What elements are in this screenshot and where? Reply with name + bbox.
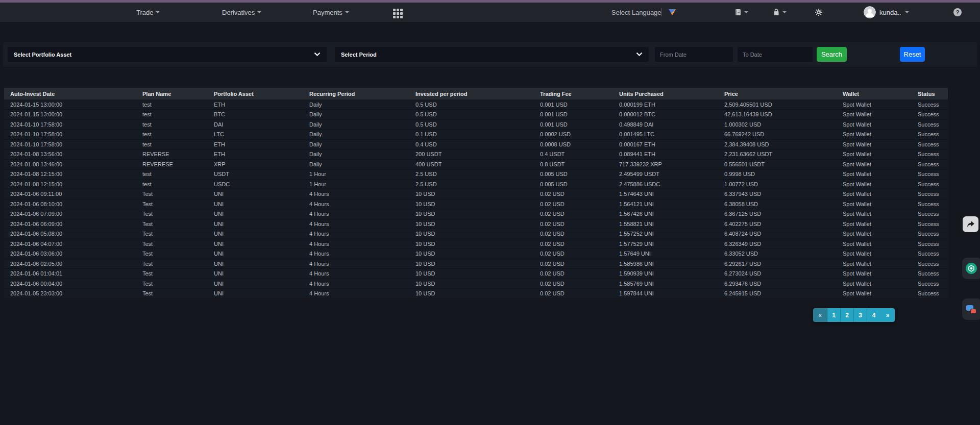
table-cell: USDT: [208, 169, 303, 180]
settings-button[interactable]: [815, 3, 823, 22]
table-cell: 0.001 USD: [534, 119, 613, 130]
nav-menu-trade[interactable]: Trade: [136, 3, 160, 22]
book-icon: [734, 8, 742, 16]
orders-menu[interactable]: [734, 3, 748, 22]
table-cell: 1.585986 UNI: [613, 259, 718, 269]
table-cell: Success: [912, 159, 948, 169]
column-header: Units Purchased: [613, 88, 718, 99]
nav-menu-payments[interactable]: Payments: [313, 3, 349, 22]
ai-assistant-widget[interactable]: [962, 258, 980, 279]
table-cell: 10 USD: [409, 189, 534, 199]
table-cell: Spot Wallet: [837, 189, 912, 199]
page-3-button[interactable]: 3: [854, 308, 867, 322]
top-navbar: TradeDerivativesPayments Select Language: [0, 3, 980, 22]
table-cell: Spot Wallet: [837, 130, 912, 140]
table-cell: Spot Wallet: [837, 149, 912, 160]
chat-widget[interactable]: [962, 298, 980, 320]
gear-icon: [815, 8, 823, 16]
table-cell: 2,384.39408 USD: [718, 139, 837, 149]
table-cell: Test: [136, 239, 208, 249]
table-cell: 0.1 USD: [409, 130, 534, 140]
store-menu[interactable]: [772, 3, 787, 22]
apps-grid-icon[interactable]: [393, 9, 403, 18]
table-cell: 0.02 USD: [534, 279, 613, 289]
table-cell: test: [136, 110, 208, 120]
ai-logo-icon: [966, 263, 977, 274]
table-cell: Success: [912, 289, 948, 299]
language-selector[interactable]: Select Language: [611, 3, 662, 22]
table-cell: 1.585769 UNI: [613, 279, 718, 289]
column-header: Trading Fee: [534, 88, 613, 99]
to-date-input[interactable]: [738, 47, 813, 62]
page-2-button[interactable]: 2: [841, 308, 854, 322]
table-row: 2024-01-10 17:58:00testDAIDaily0.5 USD0.…: [4, 119, 948, 130]
page-4-button[interactable]: 4: [867, 308, 880, 322]
portfolio-asset-select[interactable]: Select Portfolio Asset: [8, 47, 327, 62]
nav-menu-derivatives[interactable]: Derivatives: [222, 3, 261, 22]
pagination-pages: 1234: [827, 308, 880, 322]
table-cell: 4 Hours: [303, 239, 409, 249]
period-select[interactable]: Select Period: [335, 47, 649, 62]
column-header: Portfolio Asset: [208, 88, 303, 99]
table-cell: Success: [912, 179, 948, 189]
table-row: 2024-01-08 12:15:00testUSDT1 Hour2.5 USD…: [4, 169, 948, 180]
table-cell: Test: [136, 189, 208, 199]
table-cell: 0.005 USD: [534, 179, 613, 189]
table-cell: 2024-01-10 17:58:00: [4, 139, 136, 149]
table-cell: 2024-01-08 13:46:00: [4, 159, 136, 169]
table-cell: Spot Wallet: [837, 259, 912, 269]
table-cell: Success: [912, 269, 948, 279]
table-cell: 10 USD: [409, 219, 534, 229]
reset-button[interactable]: Reset: [900, 47, 925, 62]
avatar: [864, 6, 876, 18]
table-cell: 6.33052 USD: [718, 249, 837, 259]
table-cell: 6.402275 USD: [718, 219, 837, 229]
table-cell: 2.475886 USDC: [613, 179, 718, 189]
table-cell: 4 Hours: [303, 199, 409, 209]
table-cell: UNI: [208, 209, 303, 219]
table-cell: 10 USD: [409, 199, 534, 209]
page-1-button[interactable]: 1: [827, 308, 841, 322]
table-cell: 10 USD: [409, 279, 534, 289]
table-cell: 0.001495 LTC: [613, 130, 718, 140]
table-cell: 0.0008 USD: [534, 139, 613, 149]
language-flag-icon[interactable]: [669, 9, 676, 15]
column-header: Recurring Period: [303, 88, 409, 99]
chat-bubbles-icon: [966, 305, 976, 314]
from-date-input[interactable]: [655, 47, 733, 62]
table-cell: 1 Hour: [303, 179, 409, 189]
table-cell: Success: [912, 149, 948, 160]
table-cell: 4 Hours: [303, 189, 409, 199]
table-cell: 0.5 USD: [409, 119, 534, 130]
pagination-next-button[interactable]: »: [880, 308, 895, 322]
table-cell: REVERESE: [136, 159, 208, 169]
table-cell: Success: [912, 259, 948, 269]
table-cell: Spot Wallet: [837, 199, 912, 209]
table-cell: 2024-01-06 07:09:00: [4, 209, 136, 219]
table-cell: 6.326349 USD: [718, 239, 837, 249]
table-cell: Spot Wallet: [837, 110, 912, 120]
table-row: 2024-01-06 00:04:00TestUNI4 Hours10 USD0…: [4, 279, 948, 289]
share-widget[interactable]: [963, 216, 978, 232]
table-cell: 2024-01-08 13:56:00: [4, 149, 136, 160]
nav-menu-label: Payments: [313, 9, 342, 16]
table-cell: 2,509.405501 USD: [718, 99, 837, 110]
table-cell: test: [136, 169, 208, 180]
table-cell: Success: [912, 249, 948, 259]
table-cell: 1.577529 UNI: [613, 239, 718, 249]
table-cell: Test: [136, 229, 208, 239]
table-cell: Daily: [303, 99, 409, 110]
table-cell: 42,613.16439 USD: [718, 110, 837, 120]
pagination-prev-button[interactable]: «: [813, 308, 827, 322]
table-row: 2024-01-06 01:04:01TestUNI4 Hours10 USD0…: [4, 269, 948, 279]
table-cell: Spot Wallet: [837, 269, 912, 279]
user-menu[interactable]: kunda..: [864, 3, 909, 22]
table-cell: 0.4 USDT: [534, 149, 613, 160]
help-icon[interactable]: ?: [953, 8, 962, 16]
table-cell: Success: [912, 130, 948, 140]
table-cell: 0.02 USD: [534, 249, 613, 259]
search-button[interactable]: Search: [817, 47, 847, 62]
column-header: Auto-Invest Date: [4, 88, 136, 99]
table-cell: test: [136, 130, 208, 140]
table-cell: 10 USD: [409, 259, 534, 269]
